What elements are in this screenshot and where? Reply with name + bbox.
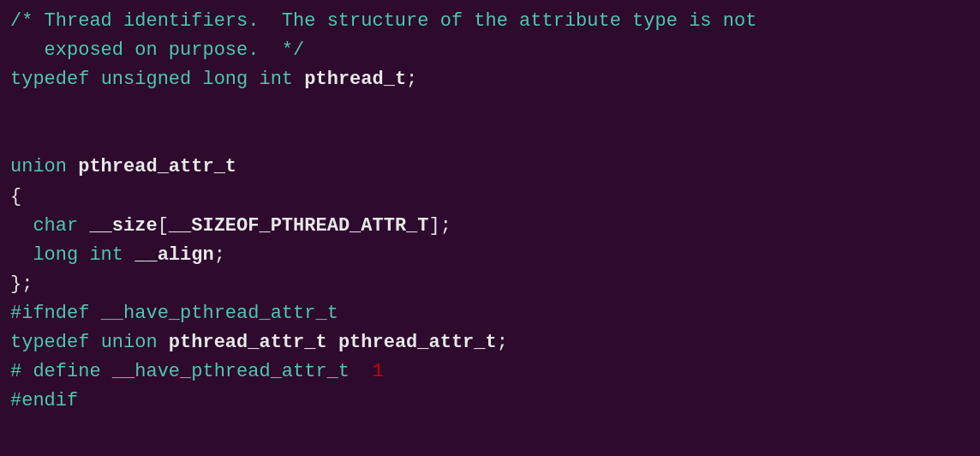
code-token: ; (214, 241, 225, 270)
code-token: long (202, 65, 248, 94)
code-token: __have_pthread_attr_t (112, 357, 350, 387)
code-token: [ (158, 212, 169, 241)
code-token: typedef (10, 65, 89, 94)
code-token: /* Thread identifiers. The structure of … (10, 7, 756, 36)
code-line: typedef union pthread_attr_t pthread_att… (10, 328, 970, 357)
code-token (78, 212, 89, 241)
code-line: exposed on purpose. */ (10, 36, 970, 65)
code-token (67, 153, 78, 182)
code-token: #ifndef (10, 299, 89, 328)
code-token (248, 65, 259, 94)
code-token: pthread_t (304, 65, 406, 94)
code-token: { (10, 183, 21, 212)
code-token: ]; (429, 212, 451, 241)
code-token (293, 65, 304, 94)
code-token: exposed on purpose. */ (10, 36, 304, 65)
code-token: union (10, 153, 67, 182)
code-token: #endif (10, 387, 78, 416)
code-line: char __size[__SIZEOF_PTHREAD_ATTR_T]; (10, 212, 970, 241)
code-token: __have_pthread_attr_t (101, 299, 338, 328)
code-token (350, 357, 372, 387)
code-token: ; (406, 65, 417, 94)
code-token (327, 328, 338, 357)
code-line: union pthread_attr_t (10, 153, 970, 182)
code-token (78, 241, 89, 270)
code-editor: /* Thread identifiers. The structure of … (0, 0, 980, 456)
code-token: long (33, 241, 78, 270)
code-token: ; (497, 328, 508, 357)
code-token (10, 241, 33, 270)
code-token: __SIZEOF_PTHREAD_ATTR_T (169, 212, 429, 241)
code-token: typedef (10, 328, 89, 357)
code-line (10, 123, 970, 153)
code-token: __size (89, 212, 157, 241)
code-token (89, 328, 100, 357)
code-token: unsigned (101, 65, 192, 94)
code-token (89, 299, 100, 328)
code-line (10, 94, 970, 123)
code-token: char (33, 212, 78, 241)
code-token (10, 212, 33, 241)
code-line: }; (10, 270, 970, 299)
code-token: __align (134, 241, 213, 270)
code-token (101, 357, 112, 387)
code-line: /* Thread identifiers. The structure of … (10, 7, 970, 36)
code-line: #endif (10, 387, 970, 416)
code-token: union (101, 328, 158, 357)
code-token: int (89, 241, 123, 270)
code-token: 1 (372, 357, 383, 387)
code-token (123, 241, 134, 270)
code-line: #ifndef __have_pthread_attr_t (10, 299, 970, 328)
code-line: long int __align; (10, 241, 970, 270)
code-token: pthread_attr_t (169, 328, 327, 357)
code-token (191, 65, 202, 94)
code-line: typedef unsigned long int pthread_t; (10, 65, 970, 94)
code-token: int (259, 65, 293, 94)
code-line: # define __have_pthread_attr_t 1 (10, 357, 970, 387)
code-token: pthread_attr_t (78, 153, 236, 182)
code-token: pthread_attr_t (338, 328, 497, 357)
code-line: { (10, 183, 970, 212)
code-token: # define (10, 357, 101, 387)
code-token: }; (10, 270, 33, 299)
code-token (158, 328, 169, 357)
code-token (89, 65, 100, 94)
